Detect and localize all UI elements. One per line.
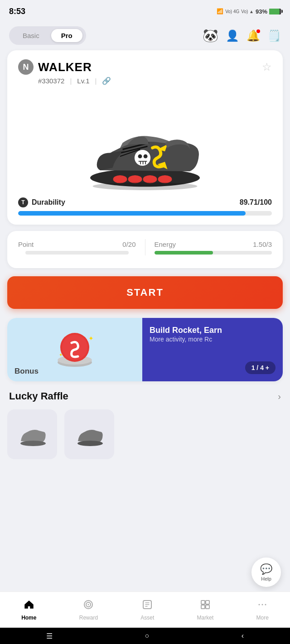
svg-rect-27 <box>201 601 205 604</box>
help-fab[interactable]: 💬 Help <box>251 557 281 587</box>
durability-bar <box>18 211 272 216</box>
main-content: N WALKER ☆ #330372 | Lv.1 | 🔗 <box>0 50 290 532</box>
banner-counter[interactable]: 1 / 4 + <box>245 361 276 374</box>
nav-asset-label: Asset <box>140 615 154 621</box>
system-bar: ☰ ○ ‹ <box>0 628 290 644</box>
durability-value: 89.71/100 <box>240 198 272 207</box>
svg-point-3 <box>143 175 157 183</box>
lucky-raffle-title: Lucky Raffle <box>9 390 68 402</box>
favorite-star-icon[interactable]: ☆ <box>262 61 272 73</box>
point-bar <box>25 251 129 255</box>
point-value: 0/20 <box>122 240 135 248</box>
sneaker-image <box>18 91 272 190</box>
durability-icon: T <box>18 197 28 207</box>
stats-divider <box>145 239 145 255</box>
sneaker-meta: #330372 | Lv.1 | 🔗 <box>18 77 272 85</box>
sneaker-id: #330372 <box>38 77 64 85</box>
nav-more-label: More <box>256 615 269 621</box>
raffle-item-1[interactable] <box>7 409 57 459</box>
notification-icon[interactable]: 🔔 <box>246 29 260 42</box>
svg-rect-29 <box>201 605 205 609</box>
mode-toggle: Basic Pro <box>9 26 86 45</box>
durability-fill <box>18 211 246 216</box>
market-icon <box>200 599 211 613</box>
svg-point-4 <box>158 175 172 183</box>
sneaker-image-area <box>18 91 272 190</box>
battery-percent: 93% <box>256 8 267 15</box>
recent-apps-button[interactable]: ☰ <box>46 632 53 640</box>
durability-row: T Durability 89.71/100 <box>18 197 272 207</box>
svg-point-22 <box>77 441 103 446</box>
status-bar: 8:53 📶 Vo) 4G Vo) ▲ 93% <box>0 0 290 23</box>
svg-rect-28 <box>206 601 209 604</box>
signal-lte-icon: Vo) 4G <box>225 9 239 14</box>
nav-reward-label: Reward <box>79 615 98 621</box>
reward-icon <box>83 599 94 613</box>
nav-more[interactable]: More <box>247 596 278 625</box>
raffle-preview <box>7 409 283 459</box>
sneaker-card: N WALKER ☆ #330372 | Lv.1 | 🔗 <box>7 50 283 225</box>
nav-home[interactable]: Home <box>12 596 45 625</box>
wallet-icon[interactable]: 🗒️ <box>267 29 281 42</box>
svg-point-32 <box>262 604 263 605</box>
battery-icon <box>269 9 281 14</box>
pro-mode-button[interactable]: Pro <box>51 29 82 42</box>
svg-point-33 <box>265 604 266 605</box>
svg-point-25 <box>88 604 89 605</box>
sneaker-header: N WALKER ☆ <box>18 59 272 75</box>
nav-market[interactable]: Market <box>188 596 223 625</box>
more-icon <box>257 599 268 613</box>
lucky-raffle-header: Lucky Raffle › <box>7 390 283 402</box>
nav-asset[interactable]: Asset <box>131 596 163 625</box>
signal2-icon: Vo) ▲ <box>241 9 254 14</box>
svg-point-7 <box>144 154 148 159</box>
start-button[interactable]: START <box>7 276 283 309</box>
bottom-nav: Home Reward Asset <box>0 591 290 628</box>
banner-subtitle: More activity, more Rc <box>150 336 276 343</box>
energy-label: Energy <box>155 240 176 248</box>
svg-point-31 <box>259 604 260 605</box>
raffle-item-2[interactable] <box>64 409 114 459</box>
help-label: Help <box>261 576 271 582</box>
banner-section[interactable]: ✦ ✦ Bonus Build Rocket, Earn More activi… <box>7 318 283 381</box>
lucky-raffle-arrow[interactable]: › <box>278 391 281 402</box>
durability-label: T Durability <box>18 197 65 207</box>
banner-left: ✦ ✦ Bonus <box>7 318 142 381</box>
back-button[interactable]: ‹ <box>242 632 244 640</box>
home-button[interactable]: ○ <box>145 632 149 640</box>
nav-home-label: Home <box>21 615 36 621</box>
svg-rect-30 <box>206 605 209 609</box>
sneaker-name: WALKER <box>38 60 92 74</box>
svg-text:✦: ✦ <box>59 352 63 357</box>
status-icons: 📶 Vo) 4G Vo) ▲ 93% <box>217 8 281 15</box>
status-time: 8:53 <box>9 7 25 16</box>
sneaker-logo: N <box>18 59 34 75</box>
header-nav: Basic Pro 🐼 👤 🔔 🗒️ <box>0 23 290 50</box>
banner-title: Build Rocket, Earn <box>150 325 276 336</box>
energy-bar <box>155 251 272 255</box>
coin-image: ✦ ✦ <box>54 332 95 368</box>
svg-point-5 <box>135 150 150 166</box>
svg-point-6 <box>138 154 142 159</box>
sneaker-level: Lv.1 <box>77 77 89 85</box>
notif-dot <box>256 29 260 33</box>
energy-value: 1.50/3 <box>253 240 272 248</box>
profile-icon[interactable]: 👤 <box>226 29 239 42</box>
svg-point-14 <box>93 182 198 190</box>
svg-point-2 <box>128 175 142 183</box>
bonus-label: Bonus <box>14 367 39 376</box>
asset-icon <box>142 599 153 613</box>
signal-icon: 📶 <box>217 8 223 14</box>
header-icons: 🐼 👤 🔔 🗒️ <box>203 28 281 43</box>
nav-reward[interactable]: Reward <box>70 596 107 625</box>
stats-card: Point 0/20 Energy 1.50/3 <box>7 231 283 268</box>
svg-point-21 <box>20 441 46 446</box>
banner-right: Build Rocket, Earn More activity, more R… <box>142 318 283 381</box>
svg-point-1 <box>113 175 127 183</box>
energy-fill <box>155 251 213 255</box>
basic-mode-button[interactable]: Basic <box>13 29 49 42</box>
nav-market-label: Market <box>197 615 214 621</box>
panda-icon[interactable]: 🐼 <box>203 28 218 43</box>
point-label: Point <box>18 240 34 248</box>
sneaker-title-row: N WALKER <box>18 59 92 75</box>
